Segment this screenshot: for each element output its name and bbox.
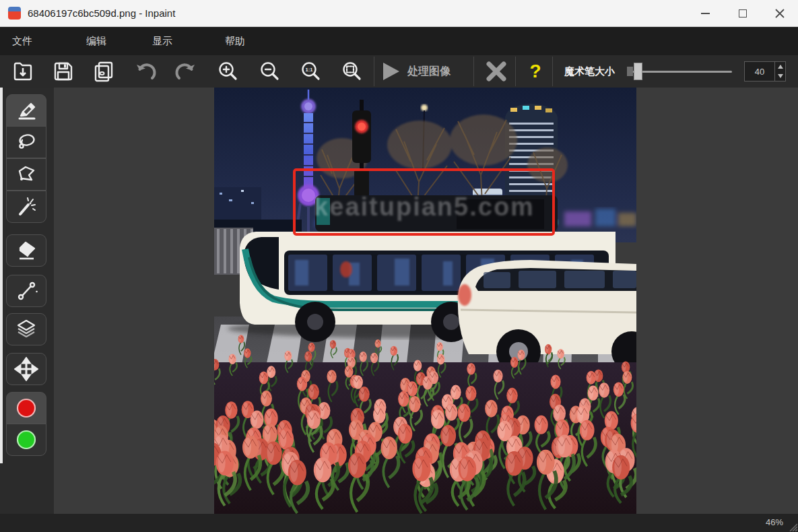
title-bar: 68406197c6bc509d.png - Inpaint <box>0 0 798 27</box>
zoom-level-text: 46% <box>766 517 783 527</box>
move-tool-button[interactable] <box>6 353 46 385</box>
magic-wand-icon <box>14 195 38 219</box>
marker-tool-button[interactable] <box>6 94 46 127</box>
layers-icon <box>14 317 38 341</box>
magic-wand-tool-button[interactable] <box>6 191 46 223</box>
window-title: 68406197c6bc509d.png - Inpaint <box>28 7 175 19</box>
window-edge-highlight <box>0 88 3 463</box>
zoom-in-icon <box>217 61 238 82</box>
photo-scene: keaitupian5.com <box>214 88 636 514</box>
copy-result-button[interactable] <box>92 59 116 84</box>
tool-sidebar <box>0 88 54 514</box>
lasso-icon <box>14 130 38 154</box>
open-button[interactable] <box>11 59 35 84</box>
red-circle-icon <box>14 396 38 420</box>
save-button[interactable] <box>51 59 75 84</box>
zoom-fit-icon <box>341 61 362 82</box>
lasso-tool-button[interactable] <box>6 126 46 158</box>
toolbar-separator <box>473 57 474 86</box>
watermark-text: keaitupian5.com <box>314 193 535 221</box>
zoom-actual-label: 1:1 <box>306 67 313 73</box>
polygon-lasso-icon <box>14 162 38 187</box>
menu-file[interactable]: 文件 <box>5 31 39 52</box>
maximize-icon <box>739 9 747 18</box>
toolbar: 1:1 处理图像 ? 魔术笔大小 <box>0 55 798 88</box>
minimize-button[interactable] <box>687 0 724 27</box>
spin-up-icon <box>778 65 783 69</box>
workspace: keaitupian5.com <box>54 88 798 514</box>
layers-tool-button[interactable] <box>6 313 46 345</box>
move-icon <box>14 357 38 381</box>
minimize-icon <box>701 13 710 14</box>
undo-button[interactable] <box>133 59 158 84</box>
save-icon <box>53 61 74 82</box>
brush-size-spinbox[interactable]: 40 <box>744 61 786 81</box>
status-bar: 46% <box>0 514 798 532</box>
spin-down-icon <box>778 74 783 78</box>
spin-arrows <box>774 62 785 81</box>
resize-grip[interactable] <box>787 521 797 531</box>
process-image-label: 处理图像 <box>407 65 451 79</box>
redo-icon <box>174 61 197 82</box>
toolbar-separator <box>552 57 553 86</box>
close-icon <box>775 9 785 18</box>
slider-track[interactable] <box>630 71 732 73</box>
zoom-actual-button[interactable]: 1:1 <box>298 59 323 84</box>
play-icon <box>379 60 402 83</box>
process-image-button[interactable]: 处理图像 <box>379 57 472 86</box>
brush-size-label: 魔术笔大小 <box>564 55 615 88</box>
street-lamp <box>421 104 428 111</box>
brush-size-slider[interactable] <box>630 55 732 88</box>
cancel-button[interactable] <box>482 59 510 84</box>
undo-icon <box>134 61 157 82</box>
app-icon <box>8 7 21 20</box>
menu-help[interactable]: 帮助 <box>218 31 252 52</box>
open-icon <box>12 61 34 82</box>
line-icon <box>14 279 38 303</box>
maximize-button[interactable] <box>724 0 761 27</box>
slider-notch <box>627 67 633 76</box>
inpaint-window: 68406197c6bc509d.png - Inpaint 文件 编辑 显示 … <box>0 0 798 532</box>
slider-handle[interactable] <box>634 63 642 80</box>
toolbar-separator <box>515 57 516 86</box>
window-controls <box>687 0 798 27</box>
zoom-out-icon <box>259 61 280 82</box>
spin-down-button[interactable] <box>775 71 785 81</box>
zoom-out-button[interactable] <box>257 59 281 84</box>
redo-button[interactable] <box>174 59 198 84</box>
copy-result-icon <box>93 61 114 82</box>
eraser-icon <box>14 238 38 263</box>
zoom-fit-button[interactable] <box>339 59 364 84</box>
spin-up-button[interactable] <box>775 62 785 71</box>
menu-bar: 文件 编辑 显示 帮助 <box>0 27 798 55</box>
cancel-x-icon <box>485 60 508 83</box>
zoom-actual-icon: 1:1 <box>300 61 321 82</box>
menu-edit[interactable]: 编辑 <box>79 31 113 52</box>
close-button[interactable] <box>761 0 798 27</box>
toolbar-separator <box>374 57 374 86</box>
zoom-in-button[interactable] <box>215 59 240 84</box>
menu-view[interactable]: 显示 <box>145 31 179 52</box>
help-button[interactable]: ? <box>521 57 550 86</box>
red-marker-color-button[interactable] <box>6 392 46 424</box>
image-canvas[interactable]: keaitupian5.com <box>214 88 636 514</box>
green-circle-icon <box>14 428 38 452</box>
green-marker-color-button[interactable] <box>6 424 46 456</box>
line-tool-button[interactable] <box>6 275 46 307</box>
marker-icon <box>14 98 38 123</box>
eraser-tool-button[interactable] <box>6 234 46 267</box>
brush-size-value: 40 <box>745 62 774 81</box>
polygon-lasso-tool-button[interactable] <box>6 158 46 191</box>
